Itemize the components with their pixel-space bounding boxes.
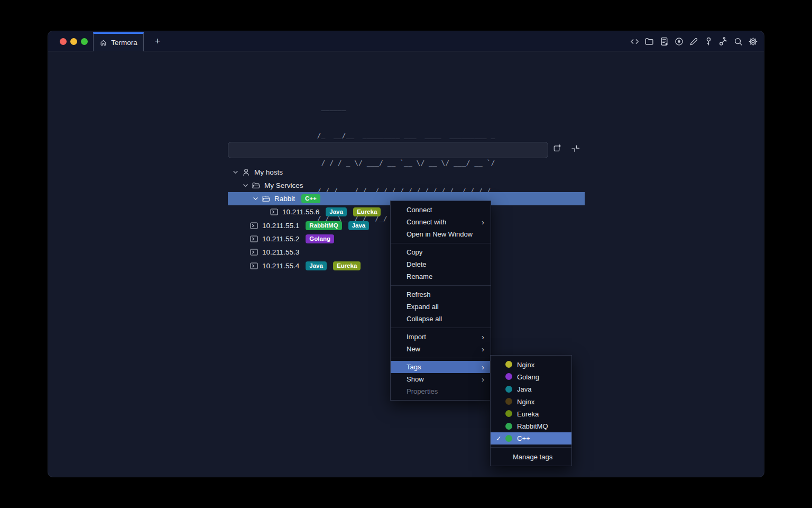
tree-item-label: Rabbit — [274, 195, 295, 203]
tag-badge: Java — [326, 207, 347, 216]
zoom-button[interactable] — [81, 38, 88, 45]
host-label: 10.211.55.1 — [262, 222, 299, 230]
menu-item-copy[interactable]: Copy — [391, 246, 491, 258]
menu-divider — [491, 447, 571, 448]
checkmark-icon: ✓ — [496, 434, 505, 442]
tree-item-host[interactable]: 10.211.55.3 — [250, 246, 299, 259]
app-window: Termora + — [48, 31, 764, 477]
folder-open-icon — [262, 194, 271, 203]
tag-color-dot — [505, 398, 512, 405]
menu-item-rename[interactable]: Rename — [391, 270, 491, 283]
menu-item-expand-all[interactable]: Expand all — [391, 301, 491, 313]
folder-open-icon — [252, 181, 261, 190]
tab-label: Termora — [111, 39, 137, 47]
tree-item-host[interactable]: 10.211.55.6 Java Eureka — [270, 205, 381, 219]
tree-item-host[interactable]: 10.211.55.4 Java Eureka — [250, 259, 361, 273]
chevron-down-icon[interactable] — [252, 195, 259, 202]
tag-badge: Java — [306, 261, 327, 270]
menu-item-connect[interactable]: Connect — [391, 204, 491, 216]
submenu-arrow-icon: › — [482, 345, 484, 353]
host-label: 10.211.55.6 — [282, 208, 319, 216]
tag-badge: RabbitMQ — [306, 221, 342, 230]
context-menu: Connect Connect with› Open in New Window… — [390, 201, 491, 401]
folder-icon[interactable] — [644, 37, 654, 47]
tree-item-host[interactable]: 10.211.55.2 Golang — [250, 232, 334, 246]
new-tab-button[interactable]: + — [152, 35, 163, 47]
chevron-down-icon[interactable] — [232, 169, 239, 176]
menu-item-new[interactable]: New› — [391, 343, 491, 355]
edit-icon[interactable] — [689, 37, 699, 47]
tag-badge: Java — [348, 221, 370, 230]
host-search-input[interactable] — [228, 142, 548, 158]
submenu-item-tag[interactable]: RabbitMQ — [491, 420, 571, 432]
menu-item-import[interactable]: Import› — [391, 331, 491, 343]
terminal-icon — [250, 234, 259, 243]
submenu-item-tag[interactable]: Nginx — [491, 395, 571, 407]
terminal-icon — [250, 261, 259, 270]
traffic-lights — [60, 38, 88, 45]
submenu-item-tag[interactable]: Eureka — [491, 407, 571, 420]
submenu-item-tag[interactable]: Golang — [491, 370, 571, 383]
tags-submenu: Nginx Golang Java Nginx Eureka RabbitMQ — [490, 355, 572, 466]
search-icon[interactable] — [733, 37, 743, 47]
tree-item-label: My Services — [264, 182, 303, 189]
menu-divider — [391, 243, 491, 243]
menu-item-refresh[interactable]: Refresh — [391, 288, 491, 301]
tag-badge: Golang — [306, 234, 334, 243]
tree-item-label: My hosts — [254, 168, 283, 176]
chevron-down-icon[interactable] — [242, 182, 249, 189]
tag-color-dot — [505, 435, 512, 442]
tag-badge: C++ — [301, 194, 320, 203]
menu-item-delete[interactable]: Delete — [391, 258, 491, 270]
submenu-item-tag-checked[interactable]: ✓ C++ — [491, 432, 571, 444]
submenu-item-tag[interactable]: Java — [491, 383, 571, 395]
submenu-arrow-icon: › — [482, 363, 484, 371]
host-label: 10.211.55.4 — [262, 262, 299, 270]
terminal-icon — [250, 248, 259, 257]
minimize-button[interactable] — [70, 38, 77, 45]
toolbar — [630, 31, 758, 51]
settings-icon[interactable] — [748, 37, 758, 47]
tree-item-my-services[interactable]: My Services — [242, 179, 303, 192]
tab-termora[interactable]: Termora — [93, 32, 144, 51]
menu-divider — [391, 328, 491, 328]
tag-color-dot — [505, 373, 512, 380]
title-bar: Termora + — [48, 31, 764, 51]
menu-item-collapse-all[interactable]: Collapse all — [391, 313, 491, 325]
keychain-icon[interactable] — [718, 37, 728, 47]
menu-item-connect-with[interactable]: Connect with› — [391, 216, 491, 228]
menu-item-show[interactable]: Show› — [391, 373, 491, 385]
layout-toggle-icon[interactable] — [570, 143, 580, 153]
code-icon[interactable] — [630, 37, 640, 47]
tree-item-my-hosts[interactable]: My hosts — [232, 166, 283, 179]
menu-divider — [391, 358, 491, 358]
tag-color-dot — [505, 386, 512, 393]
menu-item-manage-tags[interactable]: Manage tags — [491, 450, 571, 463]
submenu-arrow-icon: › — [482, 218, 484, 226]
close-button[interactable] — [60, 38, 67, 45]
terminal-icon — [270, 207, 279, 216]
tag-color-dot — [505, 423, 512, 430]
submenu-item-tag[interactable]: Nginx — [491, 358, 571, 370]
submenu-arrow-icon: › — [482, 375, 484, 383]
home-icon — [99, 39, 107, 47]
host-label: 10.211.55.2 — [262, 235, 299, 243]
key-icon[interactable] — [704, 37, 714, 47]
record-icon[interactable] — [674, 37, 684, 47]
log-icon[interactable] — [659, 37, 669, 47]
tree-item-host[interactable]: 10.211.55.1 RabbitMQ Java — [250, 219, 369, 232]
menu-divider — [391, 285, 491, 286]
user-icon — [242, 168, 251, 177]
tag-badge: Eureka — [353, 207, 381, 216]
host-label: 10.211.55.3 — [262, 248, 299, 256]
tag-badge: Eureka — [333, 261, 361, 270]
tag-color-dot — [505, 361, 512, 368]
menu-item-properties: Properties — [391, 385, 491, 397]
menu-item-open-in-new-window[interactable]: Open in New Window — [391, 228, 491, 240]
menu-item-tags[interactable]: Tags› — [391, 361, 491, 373]
terminal-icon — [250, 221, 259, 230]
add-host-icon[interactable] — [552, 143, 562, 153]
tag-color-dot — [505, 410, 512, 417]
submenu-arrow-icon: › — [482, 333, 484, 341]
